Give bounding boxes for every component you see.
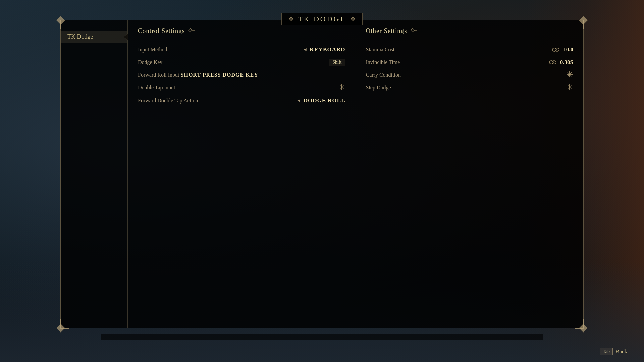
sidebar: TK Dodge <box>61 20 128 328</box>
stamina-cost-value: 10.0 <box>552 46 573 53</box>
invincible-time-icon <box>549 60 557 65</box>
input-method-arrow: ◄ <box>303 47 308 52</box>
input-method-value: ◄ KEYBOARD <box>303 46 345 53</box>
setting-row-invincible-time[interactable]: Invincible Time 0.30S <box>366 56 574 69</box>
setting-row-forward-double-tap-action[interactable]: Forward Double Tap Action ◄ DODGE ROLL <box>138 94 345 107</box>
forward-roll-label: Forward Roll InputSHORT PRESS DODGE KEY <box>138 72 258 78</box>
invincible-time-label: Invincible Time <box>366 59 400 65</box>
setting-row-dodge-key[interactable]: Dodge Key Shift <box>138 56 345 69</box>
stamina-cost-label: Stamina Cost <box>366 47 395 53</box>
double-tap-value <box>338 83 345 92</box>
input-method-text: KEYBOARD <box>310 46 345 53</box>
forward-roll-label-text: Forward Roll Input <box>138 72 179 78</box>
other-settings-icon <box>411 28 417 34</box>
back-label: Back <box>615 348 627 355</box>
input-method-label: Input Method <box>138 47 167 53</box>
stamina-cost-icon <box>552 47 560 52</box>
setting-row-stamina-cost[interactable]: Stamina Cost 10.0 <box>366 43 574 56</box>
stamina-cost-number: 10.0 <box>563 46 573 53</box>
main-panel: ❖ TK DODGE ❖ TK Dodge Control Settings <box>60 20 584 328</box>
forward-roll-value-text: SHORT PRESS DODGE KEY <box>181 72 258 78</box>
other-settings-panel: Other Settings Stamina Cost <box>356 20 584 328</box>
carry-condition-label: Carry Condition <box>366 72 401 78</box>
bottom-bar <box>101 334 543 340</box>
other-settings-line <box>421 31 573 31</box>
step-dodge-value <box>566 83 573 92</box>
forward-double-tap-arrow: ◄ <box>297 98 302 103</box>
setting-row-input-method[interactable]: Input Method ◄ KEYBOARD <box>138 43 345 56</box>
step-dodge-icon <box>566 83 573 91</box>
dodge-key-value: Shift <box>329 59 345 66</box>
step-dodge-label: Step Dodge <box>366 85 391 91</box>
other-settings-title: Other Settings <box>366 27 407 35</box>
control-settings-panel: Control Settings Input Method ◄ KEYBOARD <box>128 20 356 328</box>
double-tap-crosshair-icon <box>338 83 345 91</box>
double-tap-label: Double Tap input <box>138 85 175 91</box>
invincible-time-value: 0.30S <box>549 59 573 66</box>
control-settings-icon <box>188 28 195 34</box>
back-key-badge[interactable]: Tab <box>600 348 613 355</box>
carry-condition-value <box>566 71 573 79</box>
control-settings-header: Control Settings <box>138 27 345 36</box>
invincible-time-number: 0.30S <box>560 59 573 66</box>
forward-double-tap-text: DODGE ROLL <box>304 97 345 104</box>
setting-row-forward-roll[interactable]: Forward Roll InputSHORT PRESS DODGE KEY <box>138 69 345 81</box>
setting-row-carry-condition[interactable]: Carry Condition <box>366 69 574 81</box>
carry-condition-icon <box>566 71 573 78</box>
control-settings-title: Control Settings <box>138 27 185 35</box>
dodge-key-label: Dodge Key <box>138 59 162 65</box>
sidebar-item-tkdodge[interactable]: TK Dodge <box>61 31 127 43</box>
control-settings-line <box>198 31 345 31</box>
forward-double-tap-action-label: Forward Double Tap Action <box>138 98 198 104</box>
other-settings-header: Other Settings <box>366 27 574 36</box>
sidebar-item-label: TK Dodge <box>67 33 93 40</box>
setting-row-double-tap[interactable]: Double Tap input <box>138 81 345 94</box>
back-button-area: Tab Back <box>600 348 627 355</box>
content-area: Control Settings Input Method ◄ KEYBOARD <box>128 20 583 328</box>
svg-point-7 <box>555 48 559 51</box>
svg-point-9 <box>552 61 556 64</box>
setting-row-step-dodge[interactable]: Step Dodge <box>366 81 574 94</box>
forward-double-tap-action-value: ◄ DODGE ROLL <box>297 97 345 104</box>
